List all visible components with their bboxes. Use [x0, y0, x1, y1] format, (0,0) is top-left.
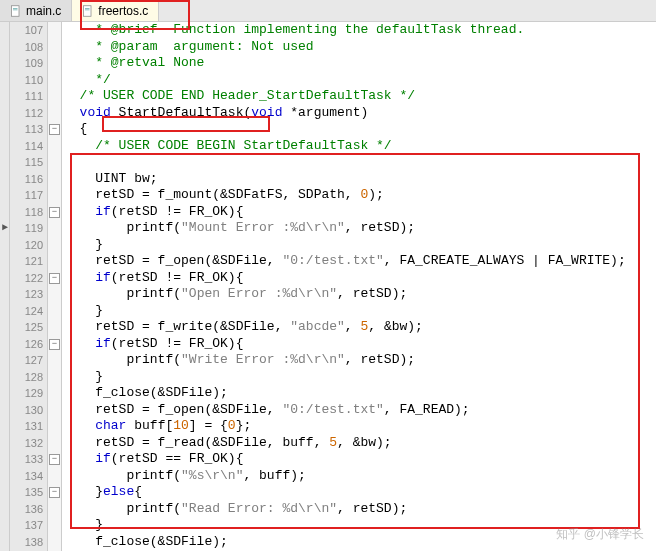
code-line[interactable]: retSD = f_open(&SDFile, "0:/test.txt", F…	[62, 253, 656, 270]
line-number: 124	[10, 303, 47, 320]
line-number-gutter: 1071081091101111121131141151161171181191…	[10, 22, 48, 551]
code-line[interactable]: printf("%s\r\n", buff);	[62, 468, 656, 485]
code-line[interactable]: retSD = f_read(&SDFile, buff, 5, &bw);	[62, 435, 656, 452]
code-line[interactable]: }	[62, 517, 656, 534]
fold-toggle[interactable]: −	[49, 273, 60, 284]
code-line[interactable]: if(retSD != FR_OK){	[62, 270, 656, 287]
line-number: 110	[10, 72, 47, 89]
line-number: 119	[10, 220, 47, 237]
code-line[interactable]: }else{	[62, 484, 656, 501]
line-number: 116	[10, 171, 47, 188]
code-content[interactable]: * @brief Function implementing the defau…	[62, 22, 656, 551]
line-number: 131	[10, 418, 47, 435]
code-line[interactable]: UINT bw;	[62, 171, 656, 188]
line-number: 138	[10, 534, 47, 551]
code-line[interactable]: */	[62, 72, 656, 89]
line-number: 134	[10, 468, 47, 485]
line-number: 107	[10, 22, 47, 39]
line-number: 122	[10, 270, 47, 287]
line-number: 126	[10, 336, 47, 353]
fold-toggle[interactable]: −	[49, 124, 60, 135]
code-line[interactable]: f_close(&SDFile);	[62, 385, 656, 402]
fold-toggle[interactable]: −	[49, 207, 60, 218]
line-number: 132	[10, 435, 47, 452]
code-line[interactable]: printf("Mount Error :%d\r\n", retSD);	[62, 220, 656, 237]
line-number: 137	[10, 517, 47, 534]
line-number: 114	[10, 138, 47, 155]
fold-toggle[interactable]: −	[49, 339, 60, 350]
code-line[interactable]: printf("Write Error :%d\r\n", retSD);	[62, 352, 656, 369]
line-number: 118	[10, 204, 47, 221]
line-number: 113	[10, 121, 47, 138]
svg-rect-3	[84, 5, 92, 16]
code-line[interactable]	[62, 154, 656, 171]
code-line[interactable]: f_close(&SDFile);	[62, 534, 656, 551]
line-number: 108	[10, 39, 47, 56]
line-number: 127	[10, 352, 47, 369]
line-number: 128	[10, 369, 47, 386]
code-line[interactable]: void StartDefaultTask(void *argument)	[62, 105, 656, 122]
tab-bar: main.c freertos.c	[0, 0, 656, 22]
editor-area: ► 10710810911011111211311411511611711811…	[0, 22, 656, 551]
code-line[interactable]: }	[62, 369, 656, 386]
code-line[interactable]: * @param argument: Not used	[62, 39, 656, 56]
svg-rect-4	[85, 8, 90, 9]
line-number: 109	[10, 55, 47, 72]
file-icon	[10, 5, 22, 17]
code-line[interactable]: retSD = f_write(&SDFile, "abcde", 5, &bw…	[62, 319, 656, 336]
code-line[interactable]: * @retval None	[62, 55, 656, 72]
code-line[interactable]: /* USER CODE BEGIN StartDefaultTask */	[62, 138, 656, 155]
svg-rect-0	[12, 5, 20, 16]
tab-main-c[interactable]: main.c	[0, 0, 72, 21]
tab-label: main.c	[26, 4, 61, 18]
code-line[interactable]: if(retSD != FR_OK){	[62, 336, 656, 353]
code-line[interactable]: char buff[10] = {0};	[62, 418, 656, 435]
file-icon	[82, 5, 94, 17]
line-number: 136	[10, 501, 47, 518]
fold-strip: −−−−−−	[48, 22, 62, 551]
fold-toggle[interactable]: −	[49, 487, 60, 498]
line-number: 112	[10, 105, 47, 122]
code-line[interactable]: {	[62, 121, 656, 138]
code-line[interactable]: if(retSD == FR_OK){	[62, 451, 656, 468]
line-number: 111	[10, 88, 47, 105]
line-number: 130	[10, 402, 47, 419]
code-line[interactable]: printf("Read Error: %d\r\n", retSD);	[62, 501, 656, 518]
line-number: 120	[10, 237, 47, 254]
code-line[interactable]: * @brief Function implementing the defau…	[62, 22, 656, 39]
line-number: 135	[10, 484, 47, 501]
line-number: 133	[10, 451, 47, 468]
svg-rect-2	[13, 9, 18, 10]
tab-label: freertos.c	[98, 4, 148, 18]
line-number: 125	[10, 319, 47, 336]
line-number: 123	[10, 286, 47, 303]
line-number: 117	[10, 187, 47, 204]
svg-rect-1	[13, 8, 18, 9]
code-line[interactable]: if(retSD != FR_OK){	[62, 204, 656, 221]
code-line[interactable]: retSD = f_open(&SDFile, "0:/test.txt", F…	[62, 402, 656, 419]
margin-strip: ►	[0, 22, 10, 551]
line-number: 115	[10, 154, 47, 171]
line-number: 121	[10, 253, 47, 270]
code-line[interactable]: retSD = f_mount(&SDFatFS, SDPath, 0);	[62, 187, 656, 204]
bookmark-icon: ►	[0, 222, 10, 234]
svg-rect-5	[85, 9, 90, 10]
fold-toggle[interactable]: −	[49, 454, 60, 465]
line-number: 129	[10, 385, 47, 402]
code-line[interactable]: }	[62, 303, 656, 320]
code-line[interactable]: }	[62, 237, 656, 254]
code-line[interactable]: /* USER CODE END Header_StartDefaultTask…	[62, 88, 656, 105]
tab-freertos-c[interactable]: freertos.c	[72, 0, 159, 21]
code-line[interactable]: printf("Open Error :%d\r\n", retSD);	[62, 286, 656, 303]
